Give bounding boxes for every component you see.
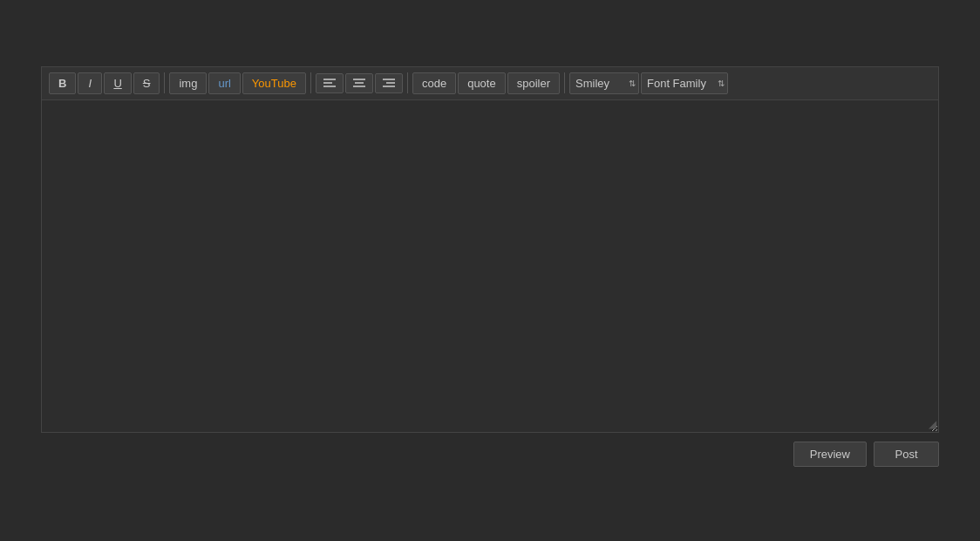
align-right-button[interactable]	[375, 73, 403, 93]
font-family-select-wrapper: Font Family	[641, 72, 728, 94]
underline-button[interactable]: U	[104, 72, 131, 94]
separator-2	[310, 72, 311, 93]
bold-button[interactable]: B	[49, 72, 76, 94]
align-center-button[interactable]	[345, 73, 373, 93]
code-button[interactable]: code	[412, 72, 456, 94]
editor-container: B I U S img url YouTube code quote spoil…	[41, 66, 939, 476]
footer-bar: Preview Post	[41, 433, 939, 476]
separator-4	[564, 72, 565, 93]
font-family-select[interactable]: Font Family	[641, 72, 728, 94]
italic-button[interactable]: I	[78, 72, 102, 94]
resize-handle: ◢	[929, 418, 936, 430]
toolbar: B I U S img url YouTube code quote spoil…	[41, 66, 939, 99]
spoiler-button[interactable]: spoiler	[507, 72, 560, 94]
editor-textarea[interactable]	[42, 100, 938, 432]
url-button[interactable]: url	[208, 72, 240, 94]
preview-button[interactable]: Preview	[793, 442, 867, 467]
strikethrough-button[interactable]: S	[133, 72, 160, 94]
align-left-button[interactable]	[316, 73, 344, 93]
quote-button[interactable]: quote	[458, 72, 506, 94]
img-button[interactable]: img	[169, 72, 207, 94]
youtube-button[interactable]: YouTube	[242, 72, 306, 94]
smiley-select[interactable]: Smiley	[569, 72, 639, 94]
separator-1	[164, 72, 165, 93]
textarea-wrapper: ◢	[41, 99, 939, 433]
smiley-select-wrapper: Smiley	[569, 72, 639, 94]
post-button[interactable]: Post	[874, 442, 939, 467]
separator-3	[407, 72, 408, 93]
